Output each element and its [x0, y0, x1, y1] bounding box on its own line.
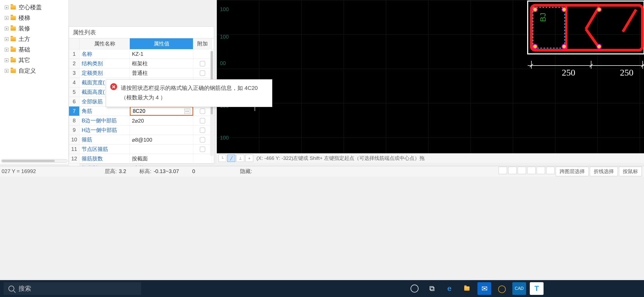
folder-icon — [11, 69, 16, 73]
row-number: 2 — [69, 59, 80, 68]
property-row[interactable]: 3 定额类别 普通柱 — [69, 68, 214, 78]
property-row-selected[interactable]: 7 角筋 ⋯ — [69, 106, 214, 116]
property-value[interactable]: ⌀8@100 — [130, 135, 193, 144]
attach-checkbox[interactable] — [200, 109, 205, 114]
property-value[interactable] — [130, 126, 193, 135]
snap-midpoint-button[interactable]: ╱ — [227, 155, 235, 162]
windows-search-box[interactable]: 搜索 — [4, 282, 141, 295]
expand-icon[interactable]: + — [5, 6, 8, 9]
browser-icon[interactable]: ◯ — [495, 282, 509, 295]
error-text: 请按照状态栏提示的格式输入正确的钢筋信息，如 4C20 （根数最大为 4 ） — [121, 85, 258, 100]
attach-cell[interactable] — [193, 68, 212, 78]
main-status-bar: 027 Y = 16992 层高: 3.2 标高: -0.13~3.07 0 隐… — [0, 166, 644, 177]
svg-point-7 — [533, 7, 537, 12]
tree-item-decoration[interactable]: + 装修 — [0, 23, 68, 34]
property-value[interactable]: 普通柱 — [130, 68, 193, 78]
property-row[interactable]: 10 箍筋 ⌀8@100 — [69, 135, 214, 145]
snap-toggle-1[interactable] — [499, 167, 507, 174]
expand-icon[interactable]: + — [5, 16, 8, 20]
property-row[interactable]: 1 名称 KZ-1 — [69, 49, 214, 59]
property-value[interactable] — [130, 145, 193, 154]
property-name: 箍筋 — [80, 135, 130, 144]
attach-cell[interactable] — [193, 106, 212, 116]
category-tree: + 空心楼盖 + 楼梯 + 装修 + 土方 + 基础 + 其它 + 自定义 — [0, 0, 69, 164]
property-row[interactable]: 12 箍筋肢数 按截面 — [69, 154, 214, 164]
property-row[interactable]: 2 结构类别 框架柱 — [69, 59, 214, 68]
snap-toggle-2[interactable] — [508, 167, 517, 174]
property-row[interactable]: 8 B边一侧中部筋 2⌀20 — [69, 116, 214, 126]
hidden-label: 隐藏: — [240, 168, 252, 175]
expand-icon[interactable]: + — [5, 69, 8, 73]
corner-rebar-input[interactable] — [133, 108, 184, 114]
snap-endpoint-button[interactable]: └ — [218, 155, 226, 162]
cad-viewport[interactable]: 100 100 00 100 100 — [217, 0, 644, 153]
elevation-label: 标高: — [139, 168, 151, 175]
search-icon — [8, 286, 14, 291]
attach-checkbox[interactable] — [200, 71, 205, 76]
cross-layer-select-button[interactable]: 跨图层选择 — [556, 167, 589, 176]
attach-checkbox[interactable] — [200, 61, 205, 66]
expand-icon[interactable]: + — [5, 37, 8, 41]
file-explorer-icon[interactable] — [460, 282, 474, 295]
snap-toggle-5[interactable] — [537, 167, 545, 174]
polyline-select-button[interactable]: 折线选择 — [590, 167, 618, 176]
tree-item-foundation[interactable]: + 基础 — [0, 44, 68, 55]
snap-toggle-3[interactable] — [518, 167, 526, 174]
sidebar-horizontal-scrollbar[interactable] — [1, 159, 68, 163]
attach-cell[interactable] — [193, 59, 212, 68]
tree-label: 基础 — [19, 46, 30, 54]
snap-perp-button[interactable]: ⊥ — [236, 155, 244, 162]
tree-item-hollow-floor[interactable]: + 空心楼盖 — [0, 2, 68, 13]
row-number: 12 — [69, 154, 80, 163]
expand-icon[interactable]: + — [5, 48, 8, 52]
snap-toggle-4[interactable] — [527, 167, 536, 174]
header-attach: 附加 — [193, 38, 212, 49]
attach-checkbox[interactable] — [200, 118, 205, 123]
attach-cell[interactable] — [193, 116, 212, 125]
attach-cell[interactable] — [193, 145, 212, 154]
tree-item-stairs[interactable]: + 楼梯 — [0, 13, 68, 23]
scrollbar-thumb[interactable] — [2, 160, 55, 162]
t-app-icon[interactable]: T — [530, 282, 544, 295]
expand-icon[interactable]: + — [5, 27, 8, 30]
property-value-editing[interactable]: ⋯ — [130, 106, 193, 116]
attach-cell[interactable] — [193, 49, 212, 59]
attach-checkbox[interactable] — [200, 147, 205, 152]
attach-cell[interactable] — [193, 154, 212, 163]
tree-item-other[interactable]: + 其它 — [0, 55, 68, 66]
property-row[interactable]: 9 H边一侧中部筋 — [69, 126, 214, 135]
svg-point-8 — [562, 7, 566, 12]
attach-checkbox[interactable] — [200, 128, 205, 133]
mail-icon[interactable]: ✉ — [477, 282, 491, 295]
expand-icon[interactable]: + — [5, 58, 8, 62]
property-value[interactable]: 按截面 — [130, 154, 193, 163]
snap-toggle-6[interactable] — [546, 167, 555, 174]
cortana-icon[interactable] — [408, 282, 421, 295]
tree-item-custom[interactable]: + 自定义 — [0, 66, 68, 76]
header-value[interactable]: 属性值 — [130, 38, 193, 49]
attach-checkbox[interactable] — [200, 137, 205, 142]
property-value[interactable]: KZ-1 — [130, 49, 193, 59]
taskbar-pinned-apps: ⧉ e ✉ ◯ CAD T — [408, 282, 544, 295]
property-name: 定额类别 — [80, 68, 130, 78]
more-button[interactable]: ⋯ — [184, 109, 190, 114]
svg-rect-6 — [533, 7, 565, 48]
attach-cell[interactable] — [193, 135, 212, 144]
row-number: 1 — [69, 49, 80, 59]
zero-readout: 0 — [192, 168, 195, 174]
property-row[interactable]: 11 节点区箍筋 — [69, 145, 214, 154]
property-name: 角筋 — [80, 106, 130, 116]
property-value[interactable]: 2⌀20 — [130, 116, 193, 125]
tree-item-earthwork[interactable]: + 土方 — [0, 34, 68, 44]
grid-tick-label: 100 — [220, 6, 229, 12]
validation-error-tooltip: 请按照状态栏提示的格式输入正确的钢筋信息，如 4C20 （根数最大为 4 ） — [106, 79, 272, 107]
folder-icon — [11, 48, 16, 52]
mouse-mode-button[interactable]: 按鼠标 — [619, 167, 642, 176]
attach-cell[interactable] — [193, 126, 212, 135]
cad-app-icon[interactable]: CAD — [512, 282, 526, 295]
snap-near-button[interactable]: + — [245, 155, 253, 162]
property-value[interactable]: 框架柱 — [130, 59, 193, 68]
edge-icon[interactable]: e — [443, 282, 456, 295]
svg-point-12 — [597, 44, 601, 49]
task-view-icon[interactable]: ⧉ — [425, 282, 439, 295]
